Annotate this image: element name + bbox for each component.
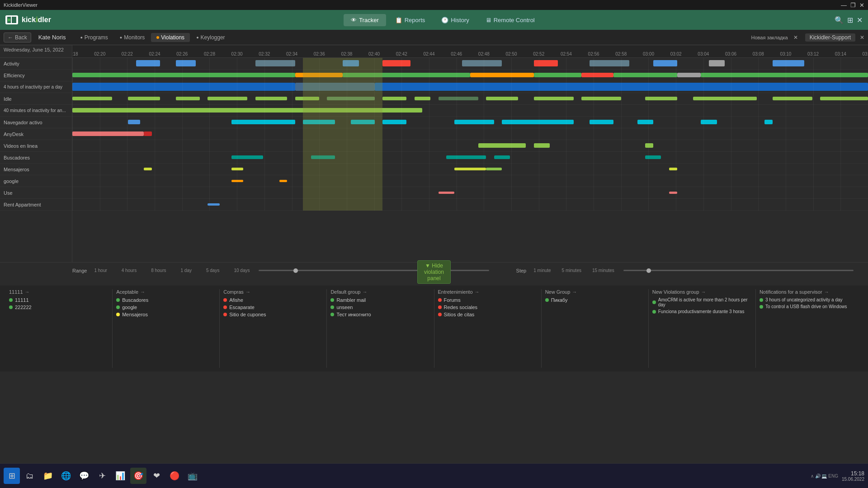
taskbar-app3[interactable]: 🔴 [166, 468, 183, 484]
timeline-row-efficiency[interactable] [72, 70, 868, 81]
tab-violations[interactable]: Violations [151, 33, 190, 42]
timeline-row-inactivity40m[interactable] [72, 105, 868, 117]
timeline-row-inactivity4h[interactable] [72, 81, 868, 93]
row-label-inactivity40m: 40 minutes of inactivity for an... [0, 105, 72, 117]
dot-1-0 [116, 298, 120, 302]
violation-col-title-3: Default group → [330, 289, 430, 295]
tab-support[interactable]: Kickidler-Support [805, 33, 855, 42]
violation-col-title-7: Notifications for a supervisor → [760, 289, 859, 295]
step-slider-thumb[interactable] [646, 268, 651, 273]
step-5min[interactable]: 5 minutes [562, 268, 581, 273]
row-label-rent: Rent Appartment [0, 199, 72, 211]
tab-programs[interactable]: ● Programs [75, 33, 113, 42]
timeline-row-anydesk[interactable] [72, 128, 868, 140]
violation-item-3-1: unseen [330, 305, 430, 310]
tab-keylogger[interactable]: ● Keylogger [191, 33, 230, 42]
step-slider[interactable] [623, 270, 854, 271]
close-icon[interactable]: ✕ [857, 16, 863, 24]
close-support-icon[interactable]: ✕ [860, 34, 864, 41]
row-label-anydesk: AnyDesk [0, 128, 72, 140]
range-slider-thumb[interactable] [293, 268, 298, 273]
tab-monitors[interactable]: ● Monitors [114, 33, 150, 42]
taskbar-folder[interactable]: 📁 [40, 468, 56, 484]
violation-item-0-0: 11111 [9, 297, 108, 303]
range-1hour[interactable]: 1 hour [94, 268, 107, 273]
violation-col-1: Aceptable → Buscadores google Mensajeros [113, 289, 220, 368]
nav-remote[interactable]: 🖥 Remote Control [478, 14, 542, 26]
dot-0-1 [9, 305, 13, 309]
violation-item-3-0: Rambler mail [330, 297, 430, 303]
taskbar-app1[interactable]: 📊 [112, 468, 128, 484]
tab-bar-left: ← Back Kate Noris ● Programs ● Monitors … [4, 33, 749, 42]
history-icon: 🕐 [441, 17, 448, 23]
range-label: Range [72, 268, 87, 273]
taskbar-app2[interactable]: ❤ [148, 468, 165, 484]
arrow-icon-5: → [572, 289, 577, 295]
dot-4-1 [438, 305, 442, 309]
logo-icon [5, 15, 18, 24]
timeline-row-mensajeros[interactable] [72, 164, 868, 175]
row-label-navegador: Navegador activo [0, 117, 72, 128]
taskbar-browser[interactable]: 🌐 [58, 468, 74, 484]
arrow-icon-4: → [475, 289, 480, 295]
taskbar-app4[interactable]: 📺 [184, 468, 201, 484]
taskbar-start[interactable]: ⊞ [4, 468, 20, 484]
row-label-inactivity4h: 4 hours of inactivity per a day [0, 81, 72, 93]
violation-item-4-1: Redes sociales [438, 305, 538, 310]
range-5days[interactable]: 5 days [206, 268, 219, 273]
dot-1-2 [116, 313, 120, 316]
dot-7-1 [760, 305, 763, 309]
step-1min[interactable]: 1 minute [533, 268, 551, 273]
timeline-row-idle[interactable] [72, 93, 868, 105]
dot-4-2 [438, 313, 442, 316]
violation-item-4-2: Sitios de citas [438, 312, 538, 317]
labels-panel: Wednesday, June 15, 2022 Activity Effici… [0, 45, 72, 262]
date-label: Wednesday, June 15, 2022 [0, 45, 72, 58]
nav-reports[interactable]: 📋 Reports [388, 14, 433, 26]
taskbar-kickidler[interactable]: 🎯 [130, 468, 146, 484]
minimize-btn[interactable]: — [841, 2, 847, 9]
range-slider[interactable] [259, 270, 489, 271]
taskbar-search[interactable]: 🗂 [22, 468, 38, 484]
violation-col-title-0: 11111 → [9, 289, 108, 295]
taskbar-chat[interactable]: 💬 [76, 468, 92, 484]
range-4hours[interactable]: 4 hours [122, 268, 137, 273]
violation-panel: 11111 → 11111 222222 Aceptable → Buscado… [0, 286, 868, 371]
restore-btn[interactable]: ❐ [850, 2, 856, 9]
monitors-icon: ● [120, 35, 122, 40]
dot-3-1 [330, 305, 334, 309]
range-options: 1 hour 4 hours 8 hours 1 day 5 days 10 d… [94, 268, 250, 273]
nav-history[interactable]: 🕐 History [434, 14, 476, 26]
back-button[interactable]: ← Back [4, 33, 31, 42]
timeline-rows [72, 58, 868, 211]
grid-icon[interactable]: ⊞ [847, 16, 853, 24]
arrow-icon-2: → [245, 289, 250, 295]
step-15min[interactable]: 15 minutes [592, 268, 614, 273]
timeline-row-videos[interactable] [72, 140, 868, 152]
timeline-row-use[interactable] [72, 187, 868, 199]
range-8hours[interactable]: 8 hours [151, 268, 166, 273]
timeline-panel[interactable]: 02:1802:2002:2202:2402:2602:2802:3002:32… [72, 45, 868, 262]
nav-tracker[interactable]: 👁 Tracker [344, 14, 386, 26]
timeline-row-google[interactable] [72, 175, 868, 187]
search-icon[interactable]: 🔍 [835, 16, 844, 24]
range-10days[interactable]: 10 days [234, 268, 250, 273]
violation-item-5-0: Пикабу [545, 297, 645, 303]
row-label-efficiency: Efficiency [0, 70, 72, 81]
timeline-row-buscadores[interactable] [72, 152, 868, 164]
violation-item-2-2: Sitio de cupones [223, 312, 323, 317]
arrow-icon-1: → [140, 289, 145, 295]
hide-violation-button[interactable]: ▼ Hide violation panel [417, 260, 451, 284]
step-label: Step [516, 268, 527, 273]
range-1day[interactable]: 1 day [181, 268, 192, 273]
svg-rect-1 [12, 17, 16, 23]
tracker-icon: 👁 [351, 17, 357, 23]
programs-icon: ● [80, 35, 82, 40]
taskbar-telegram[interactable]: ✈ [94, 468, 110, 484]
timeline-row-navegador[interactable] [72, 117, 868, 128]
violation-item-6-0: AmoCRM is active for more than 2 hours p… [652, 297, 752, 307]
close-tab-icon[interactable]: ✕ [793, 34, 798, 41]
timeline-row-activity[interactable] [72, 58, 868, 70]
close-btn[interactable]: ✕ [859, 2, 864, 9]
timeline-row-rent[interactable] [72, 199, 868, 211]
